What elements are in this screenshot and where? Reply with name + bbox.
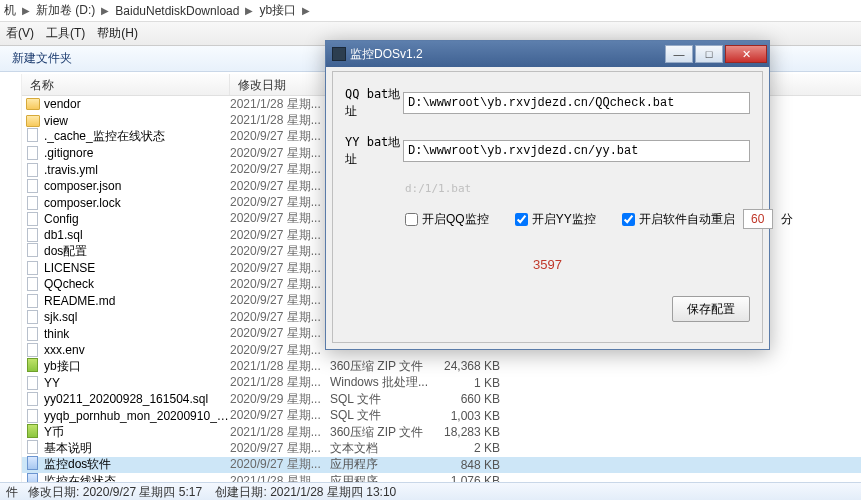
maximize-button[interactable]: □ [695, 45, 723, 63]
file-icon [27, 128, 38, 142]
file-row[interactable]: YY2021/1/28 星期...Windows 批处理...1 KB [22, 375, 861, 391]
file-row[interactable]: 监控dos软件2020/9/27 星期...应用程序848 KB [22, 457, 861, 473]
crumb-sep: ▶ [245, 5, 253, 16]
file-row[interactable]: 监控在线状态2021/1/28 星期...应用程序1,076 KB [22, 473, 861, 482]
crumb[interactable]: BaiduNetdiskDownload [115, 4, 239, 18]
folder-icon [26, 115, 40, 127]
save-config-button[interactable]: 保存配置 [672, 296, 750, 322]
menu-tools[interactable]: 工具(T) [46, 25, 85, 42]
yy-bat-label: YY bat地址 [345, 134, 403, 168]
zip-icon [27, 424, 38, 438]
col-date[interactable]: 修改日期 [230, 74, 330, 95]
status-bar: 件 修改日期: 2020/9/27 星期四 5:17 创建日期: 2021/1/… [0, 482, 861, 500]
file-icon [27, 392, 38, 406]
file-icon [27, 343, 38, 357]
minutes-input[interactable] [743, 209, 773, 229]
menu-help[interactable]: 帮助(H) [97, 25, 138, 42]
counter-value: 3597 [345, 257, 750, 272]
qq-bat-label: QQ bat地址 [345, 86, 403, 120]
status-create: 2021/1/28 星期四 13:10 [270, 485, 396, 499]
file-icon [27, 228, 38, 242]
breadcrumb[interactable]: 机▶ 新加卷 (D:)▶ BaiduNetdiskDownload▶ yb接口▶ [0, 0, 861, 22]
file-row[interactable]: 基本说明2020/9/27 星期...文本文档2 KB [22, 440, 861, 456]
file-row[interactable]: yy0211_20200928_161504.sql2020/9/29 星期..… [22, 391, 861, 407]
status-prefix: 件 [6, 485, 18, 499]
file-icon [27, 327, 38, 341]
yy-monitor-checkbox[interactable]: 开启YY监控 [515, 211, 596, 228]
crumb-sep: ▶ [101, 5, 109, 16]
file-icon [27, 277, 38, 291]
minimize-button[interactable]: — [665, 45, 693, 63]
status-mod-label: 修改日期: [28, 485, 79, 499]
file-icon [27, 376, 38, 390]
col-name[interactable]: 名称 [22, 74, 230, 95]
file-row[interactable]: yb接口2021/1/28 星期...360压缩 ZIP 文件24,368 KB [22, 358, 861, 374]
auto-restart-checkbox[interactable]: 开启软件自动重启分 [622, 209, 793, 229]
file-icon [27, 146, 38, 160]
status-mod: 2020/9/27 星期四 5:17 [83, 485, 202, 499]
new-folder-button[interactable]: 新建文件夹 [12, 50, 72, 67]
crumb[interactable]: yb接口 [259, 2, 296, 19]
yy-bat-input[interactable] [403, 140, 750, 162]
exe-icon [27, 473, 38, 482]
file-icon [27, 409, 38, 423]
crumb-sep: ▶ [302, 5, 310, 16]
dialog-window: 监控DOSv1.2 — □ ✕ QQ bat地址 YY bat地址 d:/1/1… [325, 40, 770, 350]
app-icon [332, 47, 346, 61]
close-button[interactable]: ✕ [725, 45, 767, 63]
file-icon [27, 196, 38, 210]
exe-icon [27, 456, 38, 470]
zip-icon [27, 358, 38, 372]
dialog-body: QQ bat地址 YY bat地址 d:/1/1.bat 开启QQ监控 开启YY… [332, 71, 763, 343]
file-icon [27, 212, 38, 226]
file-icon [27, 179, 38, 193]
dialog-titlebar[interactable]: 监控DOSv1.2 — □ ✕ [326, 41, 769, 67]
file-icon [27, 294, 38, 308]
qq-bat-input[interactable] [403, 92, 750, 114]
file-icon [27, 261, 38, 275]
crumb[interactable]: 新加卷 (D:) [36, 2, 95, 19]
dialog-title: 监控DOSv1.2 [350, 46, 423, 63]
file-row[interactable]: Y币2021/1/28 星期...360压缩 ZIP 文件18,283 KB [22, 424, 861, 440]
crumb-sep: ▶ [22, 5, 30, 16]
folder-icon [26, 98, 40, 110]
file-icon [27, 243, 38, 257]
file-icon [27, 440, 38, 454]
file-icon [27, 163, 38, 177]
file-row[interactable]: yyqb_pornhub_mon_20200910_22565...2020/9… [22, 407, 861, 423]
file-icon [27, 310, 38, 324]
menu-view[interactable]: 看(V) [6, 25, 34, 42]
status-create-label: 创建日期: [215, 485, 266, 499]
qq-monitor-checkbox[interactable]: 开启QQ监控 [405, 211, 489, 228]
sidebar [0, 74, 22, 482]
path-hint: d:/1/1.bat [405, 182, 750, 195]
crumb[interactable]: 机 [4, 2, 16, 19]
